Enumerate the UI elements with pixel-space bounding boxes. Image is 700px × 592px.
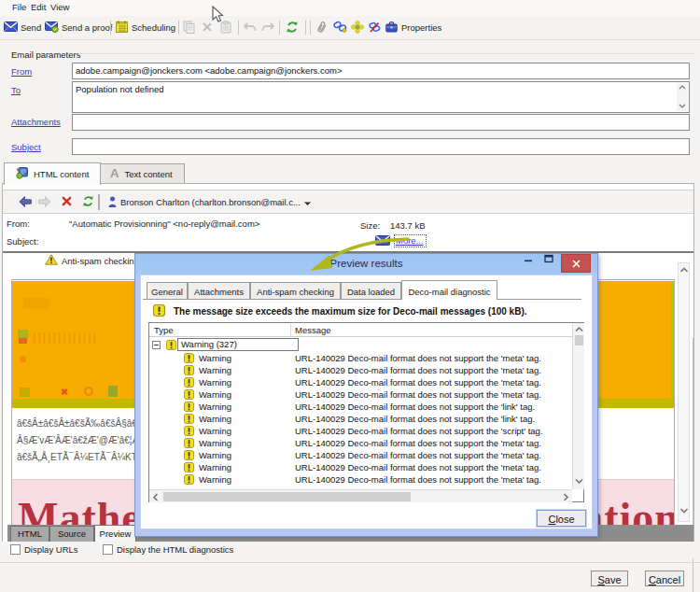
column-type[interactable]: Type — [154, 325, 174, 335]
tab-html[interactable]: HTML — [10, 526, 49, 542]
copy-icon — [183, 21, 195, 35]
column-message[interactable]: Message — [295, 325, 331, 335]
copy-button-disabled[interactable] — [183, 18, 195, 37]
disable-tracking-button[interactable] — [368, 18, 381, 37]
attachments-field[interactable] — [72, 114, 690, 131]
link-button[interactable] — [333, 18, 347, 37]
properties-button[interactable]: Properties — [385, 18, 441, 37]
scroll-left-icon[interactable] — [151, 492, 160, 504]
to-link[interactable]: To — [11, 85, 21, 95]
tab-preview[interactable]: Preview — [94, 525, 136, 542]
dialog-tab-data-loaded[interactable]: Data loaded — [341, 282, 401, 300]
scroll-up-icon[interactable] — [679, 265, 689, 276]
row-message: URL-140029 Deco-mail format does not sup… — [295, 438, 541, 448]
table-row[interactable]: WarningURL-140029 Deco-mail format does … — [149, 461, 571, 473]
cancel-button[interactable]: Cancel — [645, 571, 684, 586]
to-field[interactable]: Population not defined — [72, 81, 690, 113]
back-button[interactable] — [19, 192, 32, 212]
table-row[interactable]: WarningURL-140029 Deco-mail format does … — [149, 401, 571, 413]
toolbar-separator — [98, 194, 100, 210]
display-urls-label: Display URLs — [24, 544, 78, 555]
save-label-mnemonic: S — [597, 574, 604, 585]
tab-source[interactable]: Source — [49, 526, 94, 542]
account-selector[interactable]: Bronson Charlton (charlton.bronson@mail.… — [108, 192, 311, 212]
subject-field[interactable] — [72, 138, 690, 155]
scroll-down-icon[interactable] — [574, 477, 584, 487]
row-type: Warning — [199, 389, 231, 400]
to-value: Population not defined — [76, 84, 164, 94]
table-row[interactable]: WarningURL-140029 Deco-mail format does … — [149, 388, 571, 401]
close-window-button[interactable] — [561, 254, 591, 273]
scroll-right-icon[interactable] — [562, 492, 570, 504]
dialog-tab-attachments[interactable]: Attachments — [188, 282, 250, 300]
scroll-up-icon[interactable] — [574, 325, 584, 335]
menu-file[interactable]: File — [12, 2, 26, 12]
refresh-button[interactable] — [286, 18, 299, 37]
text-content-icon: A — [110, 168, 119, 179]
dialog-tab-general[interactable]: General — [147, 282, 188, 300]
table-vscrollbar[interactable] — [572, 323, 584, 489]
toolbar-separator — [310, 21, 311, 35]
scheduling-button[interactable]: Scheduling — [116, 18, 175, 37]
scrollbar-thumb[interactable] — [163, 492, 411, 501]
menu-view[interactable]: View — [50, 2, 69, 12]
reload-button[interactable] — [82, 192, 94, 212]
stop-button[interactable] — [62, 192, 72, 212]
table-row[interactable]: WarningURL-140029 Deco-mail format does … — [149, 449, 571, 461]
column-divider[interactable] — [290, 324, 291, 336]
preview-scrollbar[interactable] — [678, 262, 690, 522]
forward-button-disabled[interactable] — [38, 192, 51, 212]
table-header[interactable]: Type Message — [149, 323, 583, 337]
tab-text-content-label: Text content — [124, 169, 172, 179]
redo-button-disabled[interactable] — [261, 18, 274, 37]
display-urls-checkbox[interactable] — [10, 544, 21, 555]
table-hscrollbar[interactable] — [149, 489, 572, 502]
display-html-diagnostics-checkbox[interactable] — [103, 544, 113, 555]
row-message: URL-140029 Deco-mail format does not sup… — [295, 462, 541, 472]
maximize-button[interactable] — [540, 254, 557, 273]
undo-button-disabled[interactable] — [244, 18, 257, 37]
main-toolbar: Send Send a proof Scheduling — [0, 16, 700, 40]
tab-text-content[interactable]: A Text content — [98, 163, 185, 183]
back-arrow-icon — [19, 196, 32, 209]
scrollbar-thumb[interactable] — [575, 335, 583, 345]
row-message: URL-140029 Deco-mail format does not sup… — [295, 474, 541, 485]
attachments-link[interactable]: Attachments — [11, 117, 61, 127]
row-type: Warning — [199, 462, 231, 472]
collapse-icon[interactable] — [152, 341, 161, 349]
stop-x-icon — [62, 196, 72, 208]
table-row[interactable]: WarningURL-140029 Deco-mail format does … — [149, 364, 571, 376]
dialog-tab-antispam[interactable]: Anti-spam checking — [250, 282, 341, 300]
table-row[interactable]: WarningURL-140029 Deco-mail format does … — [149, 413, 571, 425]
send-button[interactable]: Send — [4, 18, 41, 37]
footer-separator — [0, 562, 700, 563]
send-envelope-icon — [4, 21, 18, 34]
from-link[interactable]: From — [11, 66, 32, 77]
antispam-button[interactable] — [351, 18, 364, 37]
no-tracking-icon — [368, 21, 381, 35]
minimize-button[interactable] — [520, 254, 537, 273]
close-button[interactable]: Close — [537, 510, 586, 527]
scroll-down-icon[interactable] — [679, 506, 689, 517]
to-field-scrollbar[interactable] — [677, 83, 688, 111]
attachment-button[interactable] — [316, 18, 328, 37]
table-row[interactable]: WarningURL-140029 Deco-mail format does … — [149, 473, 571, 486]
send-proof-button[interactable]: Send a proof — [45, 18, 112, 37]
warning-icon — [153, 304, 165, 318]
menu-edit[interactable]: Edit — [31, 2, 46, 12]
toolbar-separator — [238, 21, 239, 35]
table-row[interactable]: WarningURL-140029 Deco-mail format does … — [149, 352, 571, 364]
table-row[interactable]: WarningURL-140029 Deco-mail format does … — [149, 425, 571, 437]
scroll-up-icon[interactable] — [677, 83, 688, 92]
warning-icon — [184, 474, 194, 486]
tab-html-content[interactable]: HTML content — [4, 162, 101, 185]
table-row[interactable]: WarningURL-140029 Deco-mail format does … — [149, 437, 571, 449]
table-group-row[interactable]: Warning (327) — [149, 339, 571, 351]
table-row[interactable]: WarningURL-140029 Deco-mail format does … — [149, 376, 571, 388]
save-button[interactable]: Save — [591, 571, 628, 586]
subject-link[interactable]: Subject — [11, 142, 41, 152]
person-icon — [108, 196, 117, 209]
email-decoration — [20, 388, 30, 397]
from-field[interactable]: adobe.campaign@jonckers.com <adobe.campa… — [72, 63, 690, 79]
scroll-down-icon[interactable] — [677, 102, 688, 111]
